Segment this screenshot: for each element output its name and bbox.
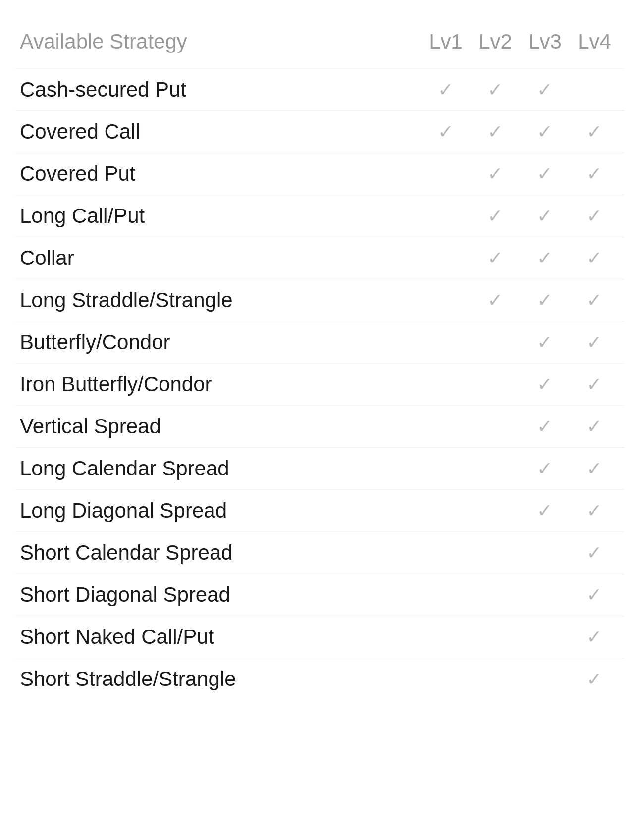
check-lv2: ✓: [471, 163, 520, 185]
header-strategy-label: Available Strategy: [20, 30, 421, 53]
checkmark-icon: ✓: [586, 289, 602, 311]
check-lv4: ✓: [570, 542, 619, 564]
check-lv4: ✓: [570, 121, 619, 143]
checkmark-icon: ✓: [537, 163, 553, 185]
header-lv3: Lv3: [520, 30, 570, 53]
check-lv4: ✓: [570, 331, 619, 353]
strategy-name: Short Naked Call/Put: [20, 625, 421, 649]
check-lv2: ✓: [471, 205, 520, 227]
check-lv4: ✓: [570, 373, 619, 395]
checkmark-icon: ✓: [537, 205, 553, 227]
check-lv4: ✓: [570, 584, 619, 606]
strategy-name: Short Diagonal Spread: [20, 583, 421, 607]
check-lv3: ✓: [520, 416, 570, 437]
checkmark-icon: ✓: [487, 205, 503, 227]
check-lv4: ✓: [570, 668, 619, 690]
strategy-name: Long Call/Put: [20, 204, 421, 228]
check-lv3: ✓: [520, 79, 570, 101]
strategy-name: Short Straddle/Strangle: [20, 667, 421, 691]
table-row: Long Call/Put✓✓✓: [15, 195, 624, 237]
checkmark-icon: ✓: [586, 205, 602, 227]
header-lv1: Lv1: [421, 30, 471, 53]
check-lv4: ✓: [570, 247, 619, 269]
check-lv2: ✓: [471, 247, 520, 269]
check-lv2: ✓: [471, 79, 520, 101]
checkmark-icon: ✓: [537, 500, 553, 522]
table-row: Short Naked Call/Put✓: [15, 616, 624, 658]
checkmark-icon: ✓: [586, 626, 602, 648]
check-lv3: ✓: [520, 373, 570, 395]
check-lv2: ✓: [471, 289, 520, 311]
checkmark-icon: ✓: [487, 79, 503, 101]
checkmark-icon: ✓: [537, 416, 553, 437]
strategy-name: Covered Call: [20, 120, 421, 144]
check-lv3: ✓: [520, 458, 570, 479]
check-lv4: ✓: [570, 289, 619, 311]
table-row: Covered Put✓✓✓: [15, 153, 624, 195]
strategy-name: Long Straddle/Strangle: [20, 288, 421, 312]
check-lv3: ✓: [520, 163, 570, 185]
table-row: Covered Call✓✓✓✓: [15, 110, 624, 153]
strategy-table: Available Strategy Lv1 Lv2 Lv3 Lv4 Cash-…: [15, 20, 624, 700]
table-body: Cash-secured Put✓✓✓Covered Call✓✓✓✓Cover…: [15, 68, 624, 700]
header-lv4: Lv4: [570, 30, 619, 53]
checkmark-icon: ✓: [537, 331, 553, 353]
check-lv4: ✓: [570, 205, 619, 227]
table-row: Butterfly/Condor✓✓: [15, 321, 624, 363]
checkmark-icon: ✓: [487, 163, 503, 185]
table-row: Short Diagonal Spread✓: [15, 574, 624, 616]
checkmark-icon: ✓: [586, 458, 602, 479]
strategy-name: Cash-secured Put: [20, 78, 421, 102]
checkmark-icon: ✓: [537, 289, 553, 311]
checkmark-icon: ✓: [586, 500, 602, 522]
checkmark-icon: ✓: [438, 79, 454, 101]
check-lv3: ✓: [520, 500, 570, 522]
checkmark-icon: ✓: [537, 79, 553, 101]
strategy-name: Butterfly/Condor: [20, 330, 421, 354]
check-lv4: ✓: [570, 458, 619, 479]
checkmark-icon: ✓: [586, 542, 602, 564]
check-lv4: ✓: [570, 626, 619, 648]
check-lv4: ✓: [570, 500, 619, 522]
check-lv3: ✓: [520, 289, 570, 311]
check-lv4: ✓: [570, 416, 619, 437]
checkmark-icon: ✓: [487, 247, 503, 269]
table-header: Available Strategy Lv1 Lv2 Lv3 Lv4: [15, 20, 624, 68]
strategy-name: Long Diagonal Spread: [20, 499, 421, 523]
checkmark-icon: ✓: [537, 247, 553, 269]
strategy-name: Long Calendar Spread: [20, 457, 421, 480]
checkmark-icon: ✓: [586, 247, 602, 269]
header-lv2: Lv2: [471, 30, 520, 53]
checkmark-icon: ✓: [586, 668, 602, 690]
strategy-name: Short Calendar Spread: [20, 541, 421, 565]
check-lv2: ✓: [471, 121, 520, 143]
table-row: Short Calendar Spread✓: [15, 531, 624, 574]
checkmark-icon: ✓: [537, 373, 553, 395]
check-lv1: ✓: [421, 79, 471, 101]
check-lv3: ✓: [520, 331, 570, 353]
checkmark-icon: ✓: [487, 289, 503, 311]
table-row: Iron Butterfly/Condor✓✓: [15, 363, 624, 405]
checkmark-icon: ✓: [438, 121, 454, 143]
checkmark-icon: ✓: [586, 331, 602, 353]
check-lv1: ✓: [421, 121, 471, 143]
checkmark-icon: ✓: [487, 121, 503, 143]
strategy-name: Collar: [20, 246, 421, 270]
checkmark-icon: ✓: [586, 121, 602, 143]
table-row: Cash-secured Put✓✓✓: [15, 68, 624, 110]
table-row: Long Straddle/Strangle✓✓✓: [15, 279, 624, 321]
table-row: Collar✓✓✓: [15, 237, 624, 279]
strategy-name: Iron Butterfly/Condor: [20, 372, 421, 396]
checkmark-icon: ✓: [586, 416, 602, 437]
checkmark-icon: ✓: [586, 373, 602, 395]
table-row: Long Diagonal Spread✓✓: [15, 489, 624, 531]
checkmark-icon: ✓: [537, 121, 553, 143]
strategy-name: Covered Put: [20, 162, 421, 186]
checkmark-icon: ✓: [586, 163, 602, 185]
checkmark-icon: ✓: [586, 584, 602, 606]
check-lv3: ✓: [520, 121, 570, 143]
check-lv3: ✓: [520, 247, 570, 269]
check-lv3: ✓: [520, 205, 570, 227]
table-row: Vertical Spread✓✓: [15, 405, 624, 447]
table-row: Long Calendar Spread✓✓: [15, 447, 624, 489]
